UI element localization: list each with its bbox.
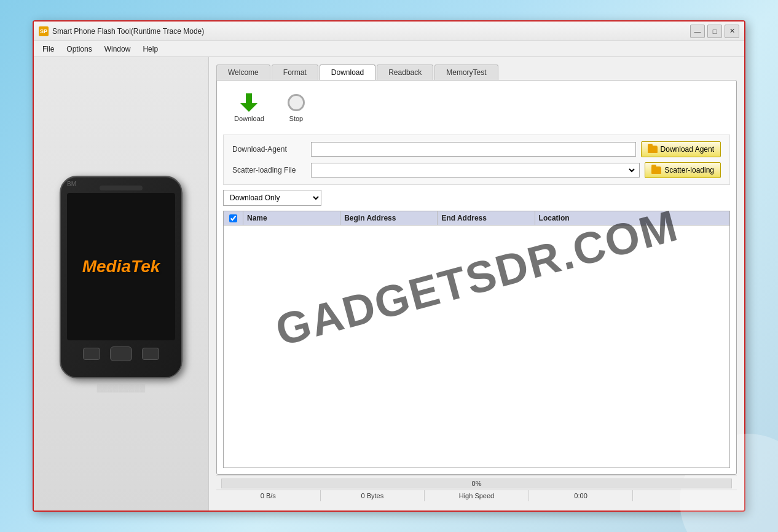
status-connection: High Speed xyxy=(425,490,529,501)
table-col-begin: Begin Address xyxy=(340,211,438,225)
phone-screen: MediaTek xyxy=(67,193,175,340)
tab-readback[interactable]: Readback xyxy=(377,65,433,80)
download-agent-btn-label: Download Agent xyxy=(661,145,714,154)
download-mode-dropdown[interactable]: Download Only Firmware Upgrade Format Al… xyxy=(223,190,321,206)
progress-percent: 0% xyxy=(472,480,482,487)
tab-download[interactable]: Download xyxy=(320,65,375,80)
tab-welcome[interactable]: Welcome xyxy=(216,65,270,80)
scatter-loading-row: Scatter-loading File Scatter-loading xyxy=(232,162,721,178)
phone-panel: BM MediaTek ▓▓▓▓▓▓▓▓▓ xyxy=(34,57,209,510)
stop-label: Stop xyxy=(289,115,304,122)
stop-circle-shape xyxy=(288,94,305,111)
stop-button[interactable]: Stop xyxy=(281,90,311,125)
dropdown-row: Download Only Firmware Upgrade Format Al… xyxy=(223,190,730,206)
close-button[interactable]: ✕ xyxy=(725,25,739,38)
phone-container: BM MediaTek ▓▓▓▓▓▓▓▓▓ xyxy=(60,176,183,392)
download-agent-browse-button[interactable]: Download Agent xyxy=(641,141,721,157)
progress-row: 0% xyxy=(216,477,737,490)
phone-back-btn xyxy=(83,348,100,360)
progress-bar: 0% xyxy=(221,479,732,488)
app-icon: SP xyxy=(39,26,49,36)
folder-icon-scatter xyxy=(651,166,661,174)
main-content: BM MediaTek ▓▓▓▓▓▓▓▓▓ Welcome xyxy=(34,57,744,510)
phone-body: BM MediaTek xyxy=(60,176,183,378)
phone-bottom-buttons xyxy=(83,346,159,361)
scatter-loading-select[interactable] xyxy=(314,165,637,176)
menu-window[interactable]: Window xyxy=(98,43,137,55)
window-controls: — □ ✕ xyxy=(690,25,739,38)
table-col-end: End Address xyxy=(438,211,535,225)
scatter-loading-browse-button[interactable]: Scatter-loading xyxy=(645,162,721,178)
select-all-checkbox[interactable] xyxy=(229,214,237,222)
minimize-button[interactable]: — xyxy=(690,25,705,38)
download-agent-input[interactable] xyxy=(311,142,636,157)
status-bar: 0% 0 B/s 0 Bytes High Speed 0:00 xyxy=(216,475,737,503)
download-agent-label: Download-Agent xyxy=(232,145,306,154)
phone-reflection: ▓▓▓▓▓▓▓▓▓ xyxy=(97,383,146,392)
tab-content-download: Download Stop Download-Age xyxy=(216,80,737,475)
window-title: Smart Phone Flash Tool(Runtime Trace Mod… xyxy=(52,27,690,36)
form-section: Download-Agent Download Agent Scatter-lo… xyxy=(223,135,730,185)
toolbar: Download Stop xyxy=(223,87,730,128)
status-time: 0:00 xyxy=(529,490,634,501)
download-button[interactable]: Download xyxy=(229,90,269,125)
status-speed: 0 B/s xyxy=(216,490,321,501)
scatter-loading-label: Scatter-loading File xyxy=(232,166,306,174)
download-agent-row: Download-Agent Download Agent xyxy=(232,141,721,157)
tab-memorytest[interactable]: MemoryTest xyxy=(434,65,498,80)
table-body xyxy=(224,225,729,467)
menu-file[interactable]: File xyxy=(36,43,60,55)
folder-icon-download-agent xyxy=(648,146,658,153)
menu-help[interactable]: Help xyxy=(136,43,164,55)
maximize-button[interactable]: □ xyxy=(707,25,722,38)
partition-table: Name Begin Address End Address Location xyxy=(223,211,730,468)
right-panel: Welcome Format Download Readback MemoryT… xyxy=(209,57,744,510)
table-col-name: Name xyxy=(243,211,340,225)
stop-icon xyxy=(286,93,306,112)
status-bytes: 0 Bytes xyxy=(321,490,425,501)
tab-content-wrapper: Download Stop Download-Age xyxy=(216,80,737,475)
scatter-loading-btn-label: Scatter-loading xyxy=(664,166,714,174)
download-label: Download xyxy=(234,115,264,122)
mediatek-logo: MediaTek xyxy=(82,257,160,276)
table-header: Name Begin Address End Address Location xyxy=(224,211,729,225)
phone-menu-btn xyxy=(142,348,159,360)
main-window: SP Smart Phone Flash Tool(Runtime Trace … xyxy=(33,20,745,512)
svg-rect-0 xyxy=(246,93,252,103)
status-extra xyxy=(633,490,737,501)
menu-options[interactable]: Options xyxy=(60,43,98,55)
tab-format[interactable]: Format xyxy=(272,65,318,80)
tab-bar: Welcome Format Download Readback MemoryT… xyxy=(216,65,737,80)
download-icon xyxy=(239,93,259,112)
menu-bar: File Options Window Help xyxy=(34,41,744,57)
table-col-checkbox xyxy=(224,211,243,225)
title-bar: SP Smart Phone Flash Tool(Runtime Trace … xyxy=(34,22,744,41)
phone-home-btn xyxy=(110,346,132,361)
scatter-loading-input xyxy=(311,163,640,178)
phone-brand-label: BM xyxy=(67,181,76,187)
svg-marker-1 xyxy=(240,103,257,112)
status-info-row: 0 B/s 0 Bytes High Speed 0:00 xyxy=(216,490,737,501)
table-col-location: Location xyxy=(535,211,729,225)
phone-top-bar xyxy=(100,186,143,190)
